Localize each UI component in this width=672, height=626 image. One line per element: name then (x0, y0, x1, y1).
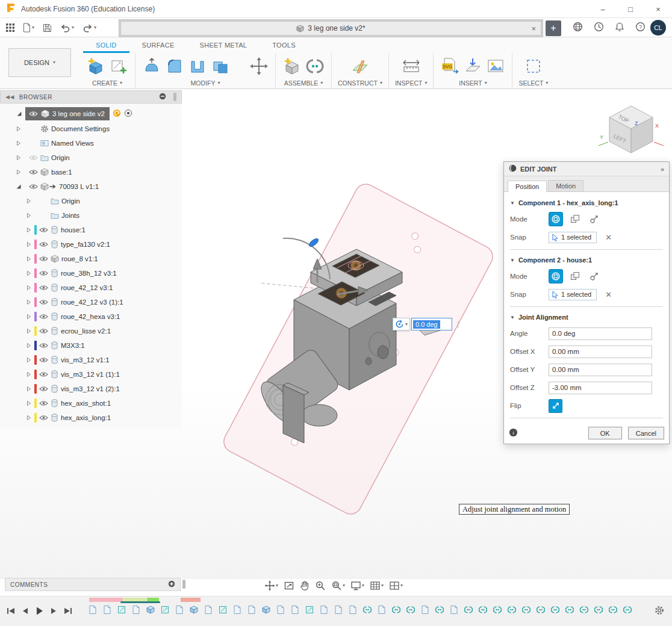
ok-button[interactable]: OK (588, 427, 622, 439)
comments-menu-icon[interactable] (168, 580, 175, 589)
group-label-insert[interactable]: INSERT (459, 79, 482, 87)
timeline-component-icon[interactable] (334, 604, 343, 615)
joint-icon[interactable] (305, 56, 325, 76)
timeline-joint-icon[interactable] (464, 604, 473, 615)
grid-snaps-icon[interactable]: ▾ (369, 580, 384, 592)
timeline-component-icon[interactable] (131, 604, 140, 615)
dialog-expand-icon[interactable]: » (661, 166, 664, 173)
ribbon-tab-surface[interactable]: SURFACE (129, 37, 187, 53)
widget-drag-grip-icon[interactable]: ⋮ (454, 318, 462, 330)
group-label-modify[interactable]: MODIFY (191, 79, 216, 87)
browser-item[interactable]: M3X3:1 (0, 338, 182, 353)
workspace-switcher[interactable]: DESIGN▾ (8, 48, 71, 77)
comments-panel[interactable]: COMMENTS (5, 578, 181, 591)
timeline-extrude-icon[interactable] (146, 604, 155, 615)
offset-x-field[interactable] (549, 346, 652, 358)
timeline-joint-icon[interactable] (362, 604, 372, 615)
browser-item[interactable]: Origin (0, 150, 182, 165)
expand-icon[interactable] (25, 415, 32, 421)
job-status-clock-icon[interactable] (594, 22, 604, 34)
browser-item[interactable]: roue_8 v1:1 (0, 252, 182, 266)
timeline-scrubber[interactable] (120, 601, 160, 603)
ribbon-tab-solid[interactable]: SOLID (83, 37, 129, 53)
browser-item[interactable]: ecrou_lisse v2:1 (0, 324, 182, 338)
rotate-grip[interactable] (308, 237, 319, 247)
angle-field[interactable] (549, 327, 652, 340)
create-sketch-icon[interactable] (108, 56, 129, 76)
visibility-eye-icon[interactable] (39, 299, 48, 305)
dialog-header[interactable]: EDIT JOINT » (504, 162, 669, 176)
timeline-component-icon[interactable] (420, 604, 429, 615)
timeline-sketch-icon[interactable] (218, 604, 227, 615)
visibility-eye-icon[interactable] (39, 415, 48, 421)
timeline-joint-icon[interactable] (623, 604, 632, 615)
timeline-extrude-icon[interactable] (189, 604, 198, 615)
shell-icon[interactable] (187, 56, 208, 76)
timeline-settings-gear-icon[interactable] (654, 605, 665, 618)
mode-two-edge-intersection-button[interactable] (587, 212, 602, 226)
expand-icon[interactable] (25, 270, 32, 276)
insert-image-icon[interactable] (485, 56, 506, 76)
group-label-create[interactable]: CREATE (92, 79, 117, 87)
timeline-joint-icon[interactable] (579, 604, 588, 615)
info-icon[interactable]: i (509, 428, 518, 438)
expand-icon[interactable] (25, 285, 32, 291)
pan-hand-icon[interactable] (299, 580, 310, 592)
visibility-eye-icon[interactable] (29, 111, 38, 117)
flip-button[interactable] (549, 399, 562, 413)
timeline-component-icon[interactable] (449, 604, 458, 615)
expand-icon[interactable] (15, 140, 22, 146)
angle-value-input[interactable]: 0.0 deg (411, 318, 452, 330)
timeline-component-icon[interactable] (88, 604, 97, 615)
timeline-joint-icon[interactable] (536, 604, 545, 615)
ribbon-tab-tools[interactable]: TOOLS (260, 37, 308, 53)
play-button[interactable] (35, 606, 44, 616)
timeline-component-icon[interactable] (319, 604, 328, 615)
visibility-eye-icon[interactable] (39, 241, 48, 247)
visibility-eye-icon[interactable] (29, 184, 38, 190)
close-tab-icon[interactable]: × (531, 24, 536, 33)
timeline-joint-icon[interactable] (594, 604, 603, 615)
expand-icon[interactable] (15, 126, 22, 132)
section-collapse-icon[interactable]: ▼ (510, 258, 515, 263)
step-forward-button[interactable] (49, 607, 58, 615)
comments-resize-grip[interactable] (182, 580, 185, 589)
new-tab-button[interactable]: + (546, 20, 561, 36)
select-window-icon[interactable] (523, 56, 544, 76)
visibility-eye-icon[interactable] (39, 357, 48, 363)
collapse-icon[interactable] (16, 111, 22, 117)
browser-item[interactable]: house:1 (0, 223, 182, 237)
group-label-inspect[interactable]: INSPECT (395, 79, 423, 87)
timeline-joint-icon[interactable] (550, 604, 559, 615)
display-settings-icon[interactable]: ▾ (350, 580, 365, 592)
timeline-joint-icon[interactable] (521, 604, 530, 615)
combine-icon[interactable] (210, 56, 231, 76)
document-tab[interactable]: 3 leg one side v2* × (120, 21, 541, 36)
ribbon-tab-sheet-metal[interactable]: SHEET METAL (187, 37, 260, 53)
browser-item[interactable]: roue_42_12 v3 (1):1 (0, 295, 182, 309)
group-label-select[interactable]: SELECT (518, 79, 543, 87)
browser-item[interactable]: Origin (0, 194, 182, 208)
tab-motion[interactable]: Motion (548, 180, 583, 191)
zoom-icon[interactable] (314, 580, 326, 592)
visibility-eye-icon[interactable] (39, 256, 48, 262)
browser-item[interactable]: roue_38h_12 v3:1 (0, 266, 182, 280)
clear-selection-icon[interactable]: ✕ (605, 233, 612, 242)
joint-alignment-section-header[interactable]: ▼ Joint Alignment (510, 310, 663, 324)
insert-svg-icon[interactable]: SVG (440, 56, 460, 76)
expand-icon[interactable] (25, 400, 32, 406)
view-cube[interactable]: TOP LEFT Z X Y (599, 106, 664, 153)
measure-icon[interactable] (401, 56, 422, 76)
expand-icon[interactable] (25, 357, 32, 363)
component2-section-header[interactable]: ▼ Component 2 - house:1 (510, 253, 663, 267)
browser-item[interactable]: 70093 L v1:1 (0, 179, 182, 194)
timeline-component-icon[interactable] (204, 604, 213, 615)
look-at-icon[interactable] (283, 580, 295, 592)
mode-between-two-faces-button[interactable] (568, 269, 582, 284)
panel-menu-icon[interactable] (159, 93, 166, 101)
timeline-joint-icon[interactable] (391, 604, 400, 615)
browser-item[interactable]: Named Views (0, 136, 182, 150)
browser-item[interactable]: roue_42_12 v3:1 (0, 280, 182, 295)
browser-item[interactable]: Joints (0, 208, 182, 223)
expand-icon[interactable] (25, 328, 32, 334)
